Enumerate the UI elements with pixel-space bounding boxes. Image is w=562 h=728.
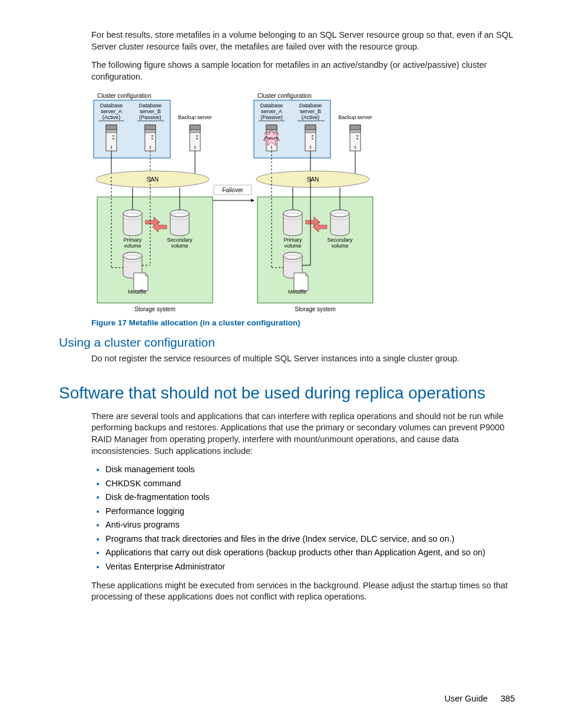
- svg-text:Primaryvolume: Primaryvolume: [124, 237, 142, 249]
- list-item: Veritas Enterprise Administrator: [105, 561, 515, 573]
- paragraph-5: These applications might be executed fro…: [91, 580, 515, 603]
- list-item: Performance logging: [105, 506, 515, 518]
- san-left-label: SAN: [147, 176, 159, 183]
- failover-label: Failover: [222, 187, 243, 193]
- paragraph-4: There are several tools and applications…: [91, 411, 515, 457]
- svg-text:Databaseserver_B(Passive): Databaseserver_B(Passive): [139, 103, 162, 120]
- metafile-doc-right-icon: [294, 273, 308, 291]
- primary-vol-right-icon: [283, 210, 302, 236]
- list-item: Applications that carry out disk operati…: [105, 547, 515, 559]
- left-title: Cluster configuration: [97, 93, 151, 99]
- diagram-cluster-metafile: Cluster configuration Databaseserver_A(A…: [91, 90, 374, 314]
- list-item: Anti-virus programs: [105, 519, 515, 531]
- storage-right-label: Storage system: [295, 306, 335, 312]
- secondary-vol-right-icon: [330, 210, 349, 236]
- backup-left-label: Backup server: [178, 114, 212, 120]
- paragraph-1: For best results, store metafiles in a v…: [91, 29, 515, 52]
- page-footer: User Guide 385: [444, 694, 515, 703]
- server-b-left-icon: [145, 125, 156, 151]
- paragraph-2: The following figure shows a sample loca…: [91, 60, 515, 83]
- svg-rect-38: [257, 197, 373, 303]
- svg-text:Databaseserver_A(Passive): Databaseserver_A(Passive): [260, 103, 283, 120]
- backup-right-icon: [350, 125, 361, 151]
- svg-rect-18: [97, 197, 213, 303]
- list-item: Disk de-fragmentation tools: [105, 492, 515, 503]
- svg-text:Primaryvolume: Primaryvolume: [284, 237, 302, 249]
- backup-right-label: Backup server: [338, 114, 372, 120]
- svg-text:Databaseserver_B(Active): Databaseserver_B(Active): [299, 103, 322, 120]
- list-item: CHKDSK command: [105, 478, 515, 490]
- svg-text:Databaseserver_A(Active): Databaseserver_A(Active): [100, 103, 123, 120]
- apps-list: Disk management tools CHKDSK command Dis…: [91, 464, 515, 573]
- right-title: Cluster configuration: [257, 93, 312, 99]
- list-item: Disk management tools: [105, 464, 515, 476]
- metafile-doc-left-icon: [134, 273, 148, 291]
- paragraph-3: Do not register the service resources of…: [91, 353, 515, 365]
- storage-left-label: Storage system: [134, 306, 175, 312]
- metafile-left-label: Metafile: [128, 289, 147, 295]
- page-number: 385: [501, 694, 515, 703]
- metafile-right-label: Metafile: [288, 289, 307, 295]
- san-right-label: SAN: [307, 176, 319, 183]
- backup-left-icon: [190, 125, 200, 151]
- footer-title: User Guide: [444, 694, 487, 703]
- primary-vol-left-icon: [123, 210, 142, 236]
- figure-caption: Figure 17 Metafile allocation (in a clus…: [91, 318, 515, 327]
- server-a-left-icon: [106, 125, 117, 151]
- heading-cluster-config: Using a cluster configuration: [59, 335, 515, 350]
- secondary-vol-left-icon: [170, 210, 189, 236]
- failure-label: Failure: [265, 136, 279, 141]
- figure-17: Cluster configuration Databaseserver_A(A…: [91, 90, 515, 314]
- heading-software-not-used: Software that should not be used during …: [59, 384, 515, 403]
- server-b-right-icon: [305, 125, 316, 151]
- list-item: Programs that track directories and file…: [105, 533, 515, 545]
